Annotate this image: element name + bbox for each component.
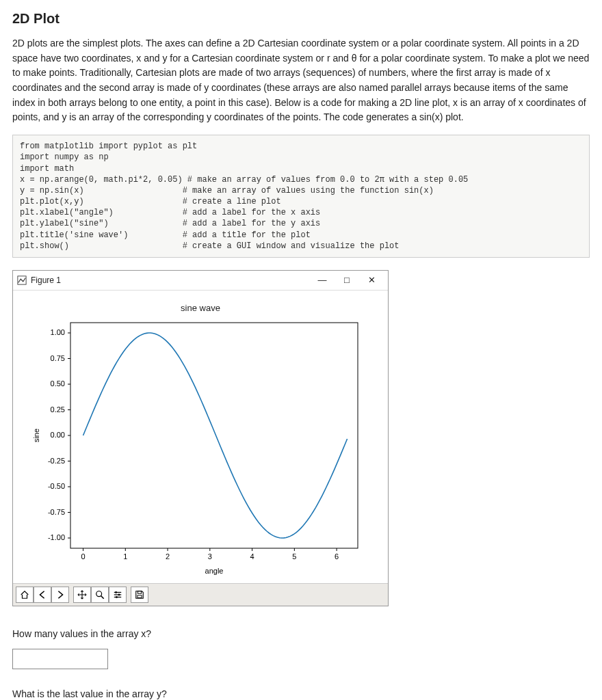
question-1: How many values in the array x? bbox=[12, 627, 590, 642]
svg-text:5: 5 bbox=[292, 552, 296, 561]
svg-text:3: 3 bbox=[208, 552, 212, 561]
svg-text:1.00: 1.00 bbox=[51, 328, 65, 336]
back-button[interactable] bbox=[34, 587, 51, 603]
svg-text:angle: angle bbox=[205, 567, 224, 575]
intro-paragraph: 2D plots are the simplest plots. The axe… bbox=[12, 36, 590, 125]
svg-text:0: 0 bbox=[81, 552, 85, 561]
svg-rect-43 bbox=[116, 596, 117, 598]
page-title: 2D Plot bbox=[12, 8, 590, 29]
svg-text:-0.75: -0.75 bbox=[48, 508, 65, 516]
figure-toolbar bbox=[13, 583, 388, 606]
svg-rect-41 bbox=[116, 591, 117, 593]
svg-text:6: 6 bbox=[335, 552, 339, 561]
svg-text:2: 2 bbox=[166, 552, 170, 561]
svg-text:1: 1 bbox=[123, 552, 127, 561]
plot-title: sine wave bbox=[27, 301, 374, 315]
svg-rect-45 bbox=[138, 595, 142, 598]
minimize-button[interactable]: — bbox=[310, 273, 335, 287]
svg-text:0.25: 0.25 bbox=[51, 405, 65, 414]
figure-window-title: Figure 1 bbox=[31, 274, 61, 287]
svg-text:0.50: 0.50 bbox=[51, 379, 65, 388]
pan-button[interactable] bbox=[73, 587, 91, 603]
svg-text:-0.50: -0.50 bbox=[48, 482, 65, 490]
line-chart: -1.00-0.75-0.50-0.250.000.250.500.751.00… bbox=[29, 319, 371, 579]
code-sample: from matplotlib import pyplot as plt imp… bbox=[12, 135, 590, 258]
svg-point-36 bbox=[96, 591, 102, 597]
forward-button[interactable] bbox=[51, 587, 69, 603]
figure-window: Figure 1 — □ ✕ sine wave -1.00-0.75-0.50… bbox=[12, 270, 389, 606]
svg-text:-0.25: -0.25 bbox=[48, 457, 65, 465]
home-button[interactable] bbox=[16, 587, 34, 603]
svg-text:0.00: 0.00 bbox=[51, 431, 65, 439]
svg-line-37 bbox=[101, 596, 104, 599]
save-button[interactable] bbox=[131, 587, 148, 603]
svg-text:-1.00: -1.00 bbox=[48, 533, 65, 541]
svg-text:sine: sine bbox=[32, 429, 40, 442]
close-button[interactable]: ✕ bbox=[359, 273, 384, 287]
answer-input-1[interactable] bbox=[12, 649, 108, 669]
maximize-button[interactable]: □ bbox=[335, 273, 359, 287]
configure-button[interactable] bbox=[109, 587, 127, 603]
figure-icon bbox=[17, 275, 27, 285]
plot-area: sine wave -1.00-0.75-0.50-0.250.000.250.… bbox=[13, 291, 388, 583]
figure-titlebar: Figure 1 — □ ✕ bbox=[13, 271, 388, 291]
svg-text:4: 4 bbox=[250, 552, 254, 561]
zoom-button[interactable] bbox=[91, 587, 109, 603]
svg-rect-1 bbox=[70, 323, 358, 548]
svg-text:0.75: 0.75 bbox=[51, 354, 65, 362]
question-2: What is the last value in the array y? bbox=[12, 687, 590, 700]
svg-rect-42 bbox=[118, 594, 120, 596]
